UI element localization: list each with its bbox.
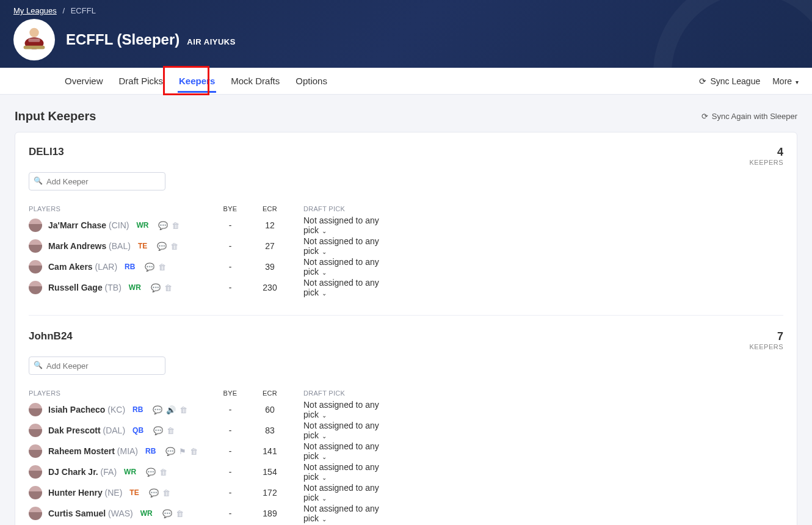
team-block: DELI134KEEPERS🔍PLAYERSBYEECRDRAFT PICKJa… [29,146,783,298]
trash-icon[interactable]: 🗑 [176,509,184,518]
trash-icon[interactable]: 🗑 [162,488,170,498]
keeper-count: 4 [750,146,783,159]
draft-pick-select[interactable]: Not assigned to any pick [303,278,379,297]
team-owner: DELI13 [29,146,64,158]
chevron-down-icon: ⌄ [320,495,327,502]
bye-value: - [212,509,248,518]
position-badge: WR [140,509,153,518]
chevron-down-icon: ⌄ [320,228,327,234]
note-icon[interactable]: 💬 [151,283,161,292]
note-icon[interactable]: 💬 [145,262,154,272]
note-icon[interactable]: 💬 [153,426,163,435]
tab-options[interactable]: Options [294,70,328,92]
page-title: ECFFL (Sleeper) [66,31,179,48]
player-headshot [29,465,42,479]
ecr-value: 189 [248,509,291,518]
player-name[interactable]: Russell Gage (TB) [48,283,121,292]
ecr-value: 27 [248,241,291,251]
player-name[interactable]: Curtis Samuel (WAS) [48,509,133,518]
player-name[interactable]: Isiah Pacheco (KC) [48,405,125,415]
note-icon[interactable]: 💬 [165,447,175,456]
player-name[interactable]: Ja'Marr Chase (CIN) [48,220,129,230]
bye-value: - [212,446,248,456]
player-name[interactable]: DJ Chark Jr. (FA) [48,467,117,477]
trash-icon[interactable]: 🗑 [167,426,175,435]
trash-icon[interactable]: 🗑 [170,242,178,251]
tab-mock-drafts[interactable]: Mock Drafts [230,70,281,92]
col-ecr: ECR [248,205,291,212]
sync-league-button[interactable]: ⟳ Sync League [699,76,760,86]
note-icon[interactable]: 💬 [162,509,172,518]
player-headshot [29,281,42,294]
tab-keepers[interactable]: Keepers [178,70,216,92]
svg-rect-4 [28,38,40,42]
keeper-row: DJ Chark Jr. (FA)WR💬🗑-154Not assigned to… [29,462,389,482]
player-name[interactable]: Hunter Henry (NE) [48,488,122,498]
tab-draft-picks[interactable]: Draft Picks [118,70,165,92]
trash-icon[interactable]: 🗑 [172,221,179,230]
add-keeper-input[interactable] [29,172,165,190]
trash-icon[interactable]: 🗑 [159,468,167,477]
note-icon[interactable]: 💬 [153,405,162,415]
league-team-name: AIR AIYUKS [187,37,236,46]
keeper-row: Ja'Marr Chase (CIN)WR💬🗑-12Not assigned t… [29,215,389,236]
more-menu[interactable]: More ▾ [772,76,799,86]
bye-value: - [212,467,248,477]
keeper-count-label: KEEPERS [750,343,783,350]
sound-icon[interactable]: 🔊 [166,405,176,415]
ecr-value: 60 [248,405,291,415]
col-draft-pick: DRAFT PICK [291,205,389,212]
chevron-down-icon: ⌄ [320,474,327,481]
breadcrumb: My Leagues / ECFFL [0,6,812,19]
chevron-down-icon: ▾ [796,79,799,85]
draft-pick-select[interactable]: Not assigned to any pick [303,483,379,502]
draft-pick-select[interactable]: Not assigned to any pick [303,441,379,461]
add-keeper-input[interactable] [29,357,165,375]
ecr-value: 172 [248,488,291,498]
sync-again-button[interactable]: ⟳ Sync Again with Sleeper [701,112,797,121]
draft-pick-select[interactable]: Not assigned to any pick [303,257,379,277]
draft-pick-select[interactable]: Not assigned to any pick [303,215,379,235]
player-headshot [29,219,42,232]
keeper-row: Raheem Mostert (MIA)RB💬⚑🗑-141Not assigne… [29,441,389,462]
player-headshot [29,507,42,520]
bye-value: - [212,262,248,272]
player-name[interactable]: Dak Prescott (DAL) [48,425,125,435]
chevron-down-icon: ⌄ [320,290,327,297]
note-icon[interactable]: 💬 [146,468,156,477]
flag-icon[interactable]: ⚑ [179,447,186,456]
player-name[interactable]: Raheem Mostert (MIA) [48,446,138,456]
note-icon[interactable]: 💬 [158,221,168,230]
keeper-row: Curtis Samuel (WAS)WR💬🗑-189Not assigned … [29,503,389,524]
ecr-value: 154 [248,467,291,477]
position-badge: WR [129,283,141,292]
draft-pick-select[interactable]: Not assigned to any pick [303,421,379,440]
col-players: PLAYERS [29,205,212,212]
tab-overview[interactable]: Overview [63,70,104,92]
position-badge: RB [145,447,156,455]
note-icon[interactable]: 💬 [157,242,167,251]
keeper-row: Hunter Henry (NE)TE💬🗑-172Not assigned to… [29,482,389,503]
keeper-row: Russell Gage (TB)WR💬🗑-230Not assigned to… [29,277,389,298]
keeper-count: 7 [750,330,783,343]
trash-icon[interactable]: 🗑 [164,283,172,292]
player-name[interactable]: Cam Akers (LAR) [48,262,117,272]
player-headshot [29,403,42,416]
note-icon[interactable]: 💬 [149,488,159,498]
trash-icon[interactable]: 🗑 [190,447,198,456]
keeper-row: Isiah Pacheco (KC)RB💬🔊🗑-60Not assigned t… [29,399,389,420]
refresh-icon: ⟳ [699,76,706,86]
col-draft-pick: DRAFT PICK [291,389,389,397]
position-badge: TE [129,488,139,497]
trash-icon[interactable]: 🗑 [158,262,166,272]
draft-pick-select[interactable]: Not assigned to any pick [303,462,379,482]
league-avatar [13,19,55,60]
bye-value: - [212,488,248,498]
ecr-value: 39 [248,262,291,272]
draft-pick-select[interactable]: Not assigned to any pick [303,400,379,419]
breadcrumb-root[interactable]: My Leagues [13,6,57,15]
player-name[interactable]: Mark Andrews (BAL) [48,241,131,251]
trash-icon[interactable]: 🗑 [179,405,187,415]
draft-pick-select[interactable]: Not assigned to any pick [303,236,379,256]
draft-pick-select[interactable]: Not assigned to any pick [303,504,379,523]
